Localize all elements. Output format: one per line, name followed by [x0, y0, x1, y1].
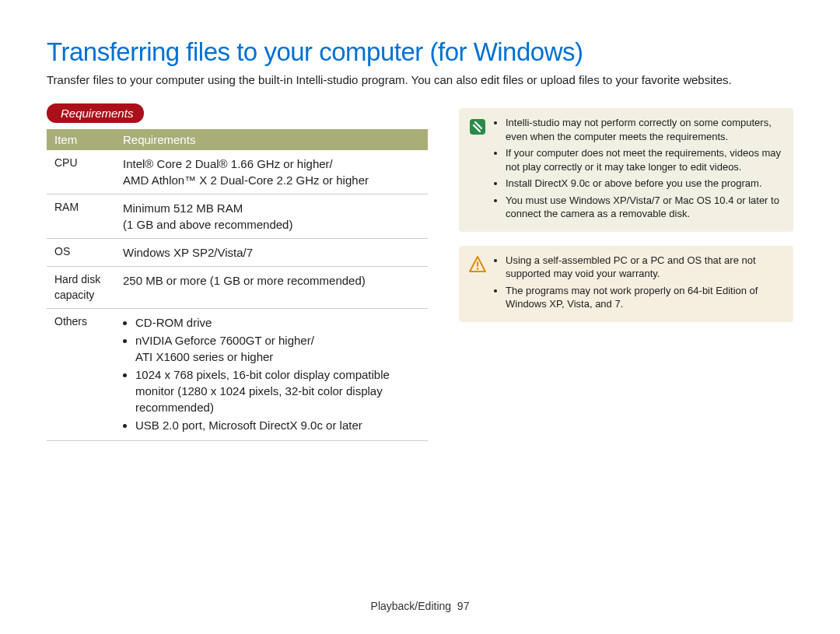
list-item: Using a self-assembled PC or a PC and OS… [506, 254, 784, 281]
page-footer: Playback/Editing 97 [0, 600, 840, 612]
ram-label: RAM [47, 194, 115, 239]
list-item: If your computer does not meet the requi… [506, 146, 784, 173]
warning-icon [468, 255, 487, 274]
cpu-req: Intel® Core 2 Dual® 1.66 GHz or higher/ … [115, 150, 428, 194]
harddisk-req: 250 MB or more (1 GB or more recommended… [115, 267, 428, 309]
table-row: CPU Intel® Core 2 Dual® 1.66 GHz or high… [47, 150, 428, 194]
info-note-box: Intelli-studio may not perform correctly… [459, 108, 793, 232]
footer-page: 97 [457, 600, 470, 612]
os-req: Windows XP SP2/Vista/7 [115, 239, 428, 267]
list-item: CD-ROM drive [135, 314, 420, 331]
table-row: Hard disk capacity 250 MB or more (1 GB … [47, 267, 428, 309]
svg-point-2 [477, 268, 479, 270]
warning-note-box: Using a self-assembled PC or a PC and OS… [459, 246, 793, 322]
page-title: Transferring files to your computer (for… [47, 37, 793, 67]
table-row: OS Windows XP SP2/Vista/7 [47, 239, 428, 267]
list-item: The programs may not work properly on 64… [506, 284, 784, 311]
list-item: You must use Windows XP/Vista/7 or Mac O… [506, 194, 784, 221]
os-label: OS [47, 239, 115, 267]
table-header-req: Requirements [115, 129, 428, 150]
requirements-label: Requirements [47, 103, 144, 123]
svg-rect-0 [470, 119, 485, 135]
harddisk-label: Hard disk capacity [47, 267, 115, 309]
list-item: Install DirectX 9.0c or above before you… [506, 177, 784, 191]
footer-section: Playback/Editing [371, 600, 452, 612]
list-item: Intelli-studio may not perform correctly… [506, 116, 784, 143]
table-header-item: Item [47, 129, 115, 150]
ram-req: Minimum 512 MB RAM (1 GB and above recom… [115, 194, 428, 239]
cpu-label: CPU [47, 150, 115, 194]
list-item: USB 2.0 port, Microsoft DirectX 9.0c or … [135, 417, 420, 433]
others-req: CD-ROM drive nVIDIA Geforce 7600GT or hi… [115, 309, 428, 441]
table-row: Others CD-ROM drive nVIDIA Geforce 7600G… [47, 309, 428, 441]
list-item: 1024 x 768 pixels, 16-bit color display … [135, 366, 420, 415]
others-label: Others [47, 309, 115, 441]
list-item: nVIDIA Geforce 7600GT or higher/ ATI X16… [135, 332, 420, 365]
intro-text: Transfer files to your computer using th… [47, 73, 793, 86]
requirements-table: Item Requirements CPU Intel® Core 2 Dual… [47, 129, 428, 441]
info-icon [468, 117, 487, 136]
table-row: RAM Minimum 512 MB RAM (1 GB and above r… [47, 194, 428, 239]
